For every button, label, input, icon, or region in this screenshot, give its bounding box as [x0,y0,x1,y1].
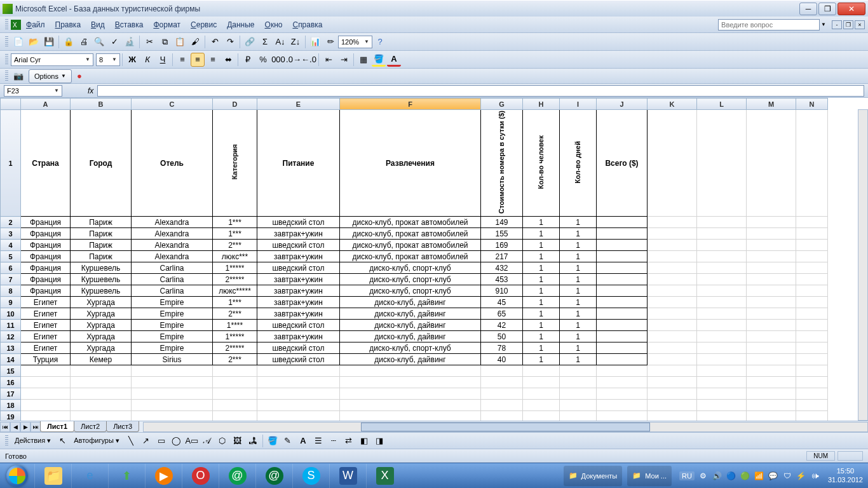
header-cell[interactable]: Страна [21,110,71,217]
3d-button[interactable]: ◨ [372,434,386,448]
cell[interactable] [132,411,213,421]
cell[interactable] [71,411,132,421]
cell[interactable] [648,400,697,411]
cell[interactable] [340,365,481,377]
row-header-17[interactable]: 17 [1,388,21,400]
cell[interactable]: 1**** [213,320,257,331]
rectangle-button[interactable]: ▭ [154,434,168,448]
print-preview-button[interactable]: 🔍 [92,35,106,49]
cell[interactable] [597,354,648,365]
cell[interactable]: Кемер [71,354,132,365]
cell[interactable] [648,365,697,377]
draw-actions-menu[interactable]: Действия ▾ [11,435,55,446]
cell[interactable] [796,297,828,308]
col-header-M[interactable]: M [747,98,796,110]
minimize-button[interactable]: ─ [799,3,817,15]
cell[interactable]: 1 [523,285,560,297]
tab-first-button[interactable]: ⏮ [0,422,10,432]
cell[interactable]: Alexandra [132,217,213,228]
tray-icon[interactable]: 🔊 [712,471,722,481]
menu-вид[interactable]: Вид [86,19,110,30]
cell[interactable] [747,251,796,262]
line-button[interactable]: ╲ [124,434,138,448]
cell[interactable]: диско-клуб, дайвинг [340,320,481,331]
row-header-14[interactable]: 14 [1,354,21,365]
cell[interactable] [560,411,597,421]
cell[interactable]: 1 [523,240,560,251]
cell[interactable] [648,217,697,228]
cell[interactable]: Empire [132,342,213,354]
cell[interactable] [697,262,747,274]
cell[interactable]: 2***** [213,342,257,354]
cell[interactable] [257,400,340,411]
cell[interactable] [71,377,132,388]
row-header-13[interactable]: 13 [1,342,21,354]
taskbar-clock[interactable]: 15:50 31.03.2012 [828,467,863,484]
row-header-3[interactable]: 3 [1,228,21,240]
cell[interactable] [697,400,747,411]
cell[interactable] [597,262,648,274]
tray-icon[interactable]: 🟢 [740,471,750,481]
print-button[interactable]: 🖨 [77,35,91,49]
cell[interactable]: 149 [481,217,523,228]
col-header-L[interactable]: L [697,98,747,110]
cell[interactable] [21,365,71,377]
cell[interactable]: 1 [523,274,560,285]
cell[interactable] [796,251,828,262]
cell[interactable]: 1 [523,251,560,262]
oval-button[interactable]: ◯ [170,434,184,448]
cell[interactable] [796,342,828,354]
cell[interactable] [597,331,648,342]
cell[interactable] [747,365,796,377]
cell[interactable]: Франция [21,251,71,262]
cell[interactable] [648,228,697,240]
cell[interactable] [697,240,747,251]
cell[interactable]: 2***** [213,274,257,285]
cell[interactable] [71,365,132,377]
cell[interactable] [257,388,340,400]
cell[interactable]: диско-клуб, спорт-клуб [340,285,481,297]
cell[interactable] [560,388,597,400]
cell[interactable] [697,354,747,365]
tab-last-button[interactable]: ⏭ [31,422,41,432]
cell[interactable]: 1 [560,342,597,354]
header-cell[interactable]: Питание [257,110,340,217]
redo-button[interactable]: ↷ [223,35,237,49]
cell[interactable] [213,377,257,388]
cell[interactable]: 1 [560,285,597,297]
undo-button[interactable]: ↶ [208,35,222,49]
header-cell[interactable]: Категория [213,110,257,217]
spelling-button[interactable]: ✓ [107,35,121,49]
cell[interactable]: 432 [481,262,523,274]
cell[interactable]: 40 [481,354,523,365]
cell[interactable]: шведский стол [257,354,340,365]
cell[interactable]: 50 [481,331,523,342]
cell[interactable] [747,240,796,251]
sheet-tab-Лист2[interactable]: Лист2 [74,421,107,432]
increase-decimal-button[interactable]: .0→ [287,53,301,67]
col-header-C[interactable]: C [132,98,213,110]
cell[interactable]: 1 [560,228,597,240]
cell[interactable]: завтрак+ужин [257,228,340,240]
cell[interactable]: шведский стол [257,320,340,331]
cell[interactable]: 1 [560,320,597,331]
cell[interactable]: диско-клуб, спорт-клуб [340,262,481,274]
cell[interactable]: Empire [132,320,213,331]
toolbar-grip[interactable] [5,71,8,82]
tray-icon[interactable]: 🛡 [782,471,792,481]
cell[interactable] [523,365,560,377]
cell[interactable]: 1 [560,240,597,251]
cell[interactable]: Хургада [71,308,132,320]
options-button[interactable]: Options ▼ [29,69,72,83]
cell[interactable]: Турция [21,354,71,365]
task-my-group[interactable]: 📁 Мои ... [627,466,672,486]
tray-icon[interactable]: ⚙ [698,471,709,481]
sort-desc-button[interactable]: Z↓ [288,35,302,49]
col-header-N[interactable]: N [796,98,828,110]
cell[interactable] [697,365,747,377]
cell[interactable] [747,308,796,320]
cell[interactable]: Египет [21,331,71,342]
cell[interactable]: 453 [481,274,523,285]
cell[interactable]: диско-клуб, дайвинг [340,331,481,342]
drawing-button[interactable]: ✏ [323,35,337,49]
